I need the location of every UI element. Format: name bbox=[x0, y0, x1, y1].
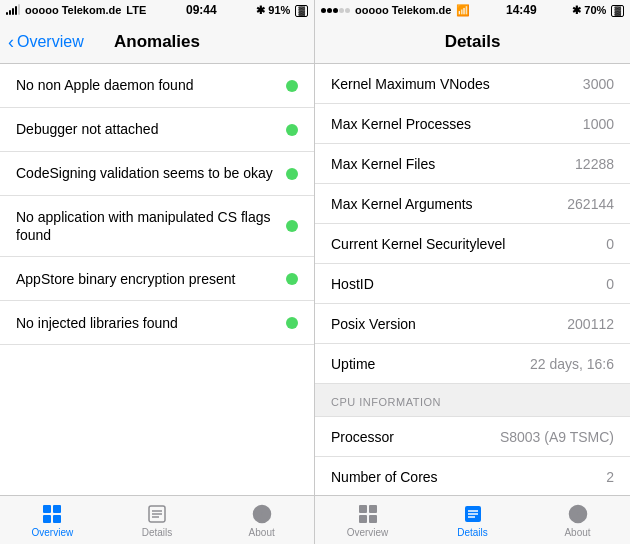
chevron-left-icon: ‹ bbox=[8, 33, 14, 51]
svg-rect-1 bbox=[53, 505, 61, 513]
detail-row: Posix Version 200112 bbox=[315, 304, 630, 344]
left-carrier-label: ooooo Telekom.de bbox=[25, 4, 121, 16]
right-bluetooth-icon: ✱ bbox=[572, 4, 581, 17]
tab-about[interactable]: i About bbox=[209, 496, 314, 544]
tab-details-right-label: Details bbox=[457, 527, 488, 538]
detail-value: 0 bbox=[606, 276, 614, 292]
left-time: 09:44 bbox=[186, 3, 217, 17]
svg-rect-0 bbox=[43, 505, 51, 513]
tab-overview-label: Overview bbox=[31, 527, 73, 538]
right-time: 14:49 bbox=[506, 3, 537, 17]
detail-value: 200112 bbox=[567, 316, 614, 332]
detail-row: Max Kernel Processes 1000 bbox=[315, 104, 630, 144]
left-carrier: ooooo Telekom.de LTE bbox=[6, 4, 146, 16]
status-dot bbox=[286, 317, 298, 329]
left-status-bar: ooooo Telekom.de LTE 09:44 ✱ 91% ▓ bbox=[0, 0, 314, 20]
dot2 bbox=[327, 8, 332, 13]
detail-key: Max Kernel Files bbox=[331, 156, 435, 172]
detail-value: S8003 (A9 TSMC) bbox=[500, 429, 614, 445]
bar2 bbox=[9, 10, 11, 15]
right-status-bar: ooooo Telekom.de 📶 14:49 ✱ 70% ▓ bbox=[315, 0, 630, 20]
detail-row: Max Kernel Files 12288 bbox=[315, 144, 630, 184]
cpu-section-label: CPU INFORMATION bbox=[331, 396, 441, 408]
right-wifi-icon: 📶 bbox=[456, 4, 470, 17]
detail-row: Kernel Maximum VNodes 3000 bbox=[315, 64, 630, 104]
item-text: AppStore binary encryption present bbox=[16, 270, 286, 288]
detail-value: 262144 bbox=[567, 196, 614, 212]
detail-key: Uptime bbox=[331, 356, 375, 372]
left-network-label: LTE bbox=[126, 4, 146, 16]
tab-about-right[interactable]: i About bbox=[525, 496, 630, 544]
item-text: Debugger not attached bbox=[16, 120, 286, 138]
dot5 bbox=[345, 8, 350, 13]
detail-key: Current Kernel Securitylevel bbox=[331, 236, 505, 252]
detail-value: 2 bbox=[606, 469, 614, 485]
list-item: Debugger not attached bbox=[0, 108, 314, 152]
detail-key: Max Kernel Arguments bbox=[331, 196, 473, 212]
detail-value: 12288 bbox=[575, 156, 614, 172]
signal-bars bbox=[6, 5, 20, 15]
left-panel: ooooo Telekom.de LTE 09:44 ✱ 91% ▓ ‹ Ove… bbox=[0, 0, 315, 544]
right-nav-title: Details bbox=[445, 32, 501, 52]
status-dot bbox=[286, 168, 298, 180]
detail-row: Processor S8003 (A9 TSMC) bbox=[315, 417, 630, 457]
svg-rect-2 bbox=[43, 515, 51, 523]
cpu-section-header: CPU INFORMATION bbox=[315, 384, 630, 417]
details-icon-right bbox=[462, 503, 484, 525]
anomalies-list: No non Apple daemon found Debugger not a… bbox=[0, 64, 314, 495]
dot4 bbox=[339, 8, 344, 13]
item-text: CodeSigning validation seems to be okay bbox=[16, 164, 286, 182]
list-item: No non Apple daemon found bbox=[0, 64, 314, 108]
detail-key: Number of Cores bbox=[331, 469, 438, 485]
overview-icon-right bbox=[357, 503, 379, 525]
list-item: No injected libraries found bbox=[0, 301, 314, 345]
detail-row: Current Kernel Securitylevel 0 bbox=[315, 224, 630, 264]
details-icon bbox=[146, 503, 168, 525]
left-bluetooth-icon: ✱ bbox=[256, 4, 265, 17]
right-panel: ooooo Telekom.de 📶 14:49 ✱ 70% ▓ Details… bbox=[315, 0, 630, 544]
detail-value: 0 bbox=[606, 236, 614, 252]
right-tab-bar: Overview Details i About bbox=[315, 495, 630, 544]
detail-value: 3000 bbox=[583, 76, 614, 92]
right-carrier-label: ooooo Telekom.de bbox=[355, 4, 451, 16]
detail-row: HostID 0 bbox=[315, 264, 630, 304]
detail-key: Posix Version bbox=[331, 316, 416, 332]
bar3 bbox=[12, 8, 14, 15]
tab-details[interactable]: Details bbox=[105, 496, 210, 544]
left-battery-label: 91% ▓ bbox=[268, 4, 308, 16]
detail-value: 22 days, 16:6 bbox=[530, 356, 614, 372]
detail-value: 1000 bbox=[583, 116, 614, 132]
back-button[interactable]: ‹ Overview bbox=[8, 33, 84, 51]
list-item: AppStore binary encryption present bbox=[0, 257, 314, 301]
svg-rect-12 bbox=[359, 515, 367, 523]
status-dot bbox=[286, 124, 298, 136]
about-icon: i bbox=[251, 503, 273, 525]
detail-key: Processor bbox=[331, 429, 394, 445]
status-dot bbox=[286, 273, 298, 285]
svg-text:i: i bbox=[260, 508, 263, 520]
right-nav-bar: Details bbox=[315, 20, 630, 64]
list-item: CodeSigning validation seems to be okay bbox=[0, 152, 314, 196]
status-dot bbox=[286, 80, 298, 92]
svg-text:i: i bbox=[576, 508, 579, 520]
left-nav-bar: ‹ Overview Anomalies bbox=[0, 20, 314, 64]
details-list: Kernel Maximum VNodes 3000 Max Kernel Pr… bbox=[315, 64, 630, 495]
svg-rect-13 bbox=[369, 515, 377, 523]
tab-overview-right[interactable]: Overview bbox=[315, 496, 420, 544]
item-text: No application with manipulated CS flags… bbox=[16, 208, 286, 244]
item-text: No non Apple daemon found bbox=[16, 76, 286, 94]
tab-overview[interactable]: Overview bbox=[0, 496, 105, 544]
detail-key: Max Kernel Processes bbox=[331, 116, 471, 132]
svg-rect-3 bbox=[53, 515, 61, 523]
status-dot bbox=[286, 220, 298, 232]
svg-rect-11 bbox=[369, 505, 377, 513]
right-status-right: ✱ 70% ▓ bbox=[572, 4, 624, 17]
tab-details-right[interactable]: Details bbox=[420, 496, 525, 544]
overview-icon bbox=[41, 503, 63, 525]
bar5 bbox=[18, 4, 20, 15]
right-battery-label: 70% ▓ bbox=[584, 4, 624, 16]
detail-row: Number of Cores 2 bbox=[315, 457, 630, 495]
right-carrier: ooooo Telekom.de 📶 bbox=[321, 4, 470, 17]
detail-row: Uptime 22 days, 16:6 bbox=[315, 344, 630, 384]
right-signal bbox=[321, 8, 350, 13]
